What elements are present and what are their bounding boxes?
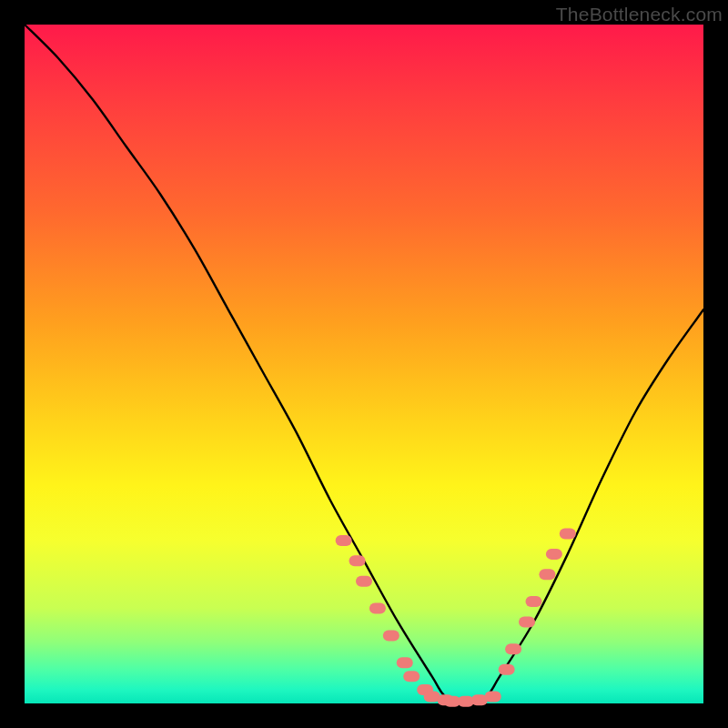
bottleneck-curve xyxy=(25,25,703,703)
highlight-dot xyxy=(546,549,562,560)
highlight-dots-bottom xyxy=(424,692,501,707)
highlight-dot xyxy=(397,657,413,668)
watermark-text: TheBottleneck.com xyxy=(556,4,723,25)
highlight-dot xyxy=(349,555,366,566)
highlight-dot xyxy=(560,529,576,540)
highlight-dots-left xyxy=(336,535,434,695)
highlight-dot xyxy=(505,643,521,654)
highlight-dots-right xyxy=(499,529,576,675)
highlight-dot xyxy=(485,692,501,703)
highlight-dot xyxy=(539,569,555,580)
highlight-dot xyxy=(356,576,372,587)
highlight-dot xyxy=(336,535,352,546)
highlight-dot xyxy=(383,630,399,641)
highlight-dot xyxy=(526,596,542,607)
plot-area xyxy=(25,25,703,703)
curve-layer xyxy=(25,25,703,703)
highlight-dot xyxy=(499,664,515,675)
highlight-dot xyxy=(519,616,535,627)
highlight-dot xyxy=(403,671,420,682)
chart-stage: TheBottleneck.com xyxy=(0,0,728,728)
highlight-dot xyxy=(369,603,386,614)
